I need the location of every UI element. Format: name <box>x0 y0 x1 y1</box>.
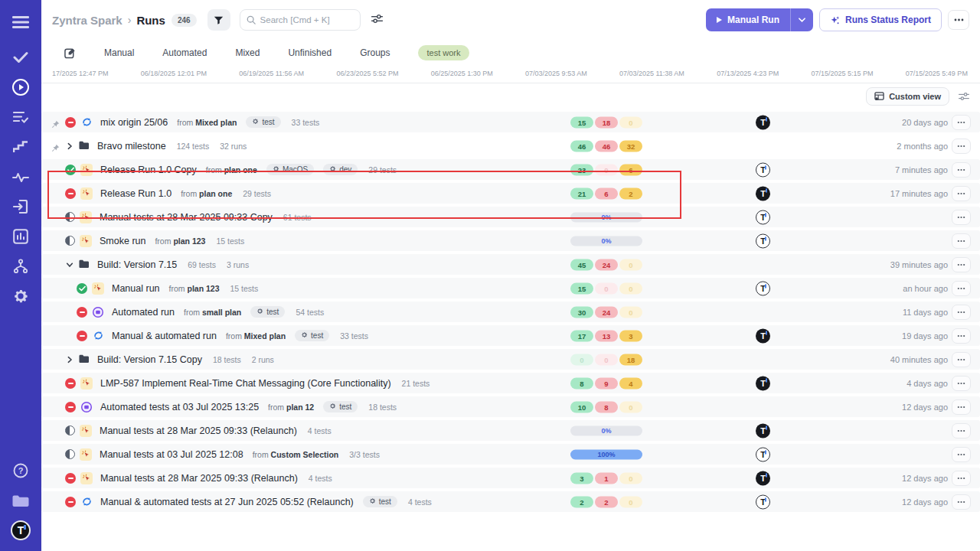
tag-badge[interactable]: dev <box>323 164 358 175</box>
row-menu-button[interactable] <box>952 281 971 296</box>
row-menu-button[interactable] <box>952 399 971 415</box>
chevron-down-icon[interactable] <box>65 260 74 269</box>
plan-name[interactable]: small plan <box>202 308 241 317</box>
tag-badge[interactable]: test <box>246 116 280 128</box>
manual-run-dropdown[interactable] <box>790 8 813 31</box>
tab-mixed[interactable]: Mixed <box>235 47 260 58</box>
assignee-avatar[interactable]: T <box>756 376 770 390</box>
run-name[interactable]: Manual tests at 28 Mar 2025 09:33 (Relau… <box>100 473 298 484</box>
assignee-avatar[interactable]: T <box>756 210 770 224</box>
assignee-avatar[interactable]: T <box>756 471 770 485</box>
assignee-avatar[interactable]: T <box>756 494 770 509</box>
plan-name[interactable]: plan one <box>199 189 232 198</box>
run-name[interactable]: LMP-587 Implement Real-Time Chat Messagi… <box>100 378 391 389</box>
tasks-icon[interactable] <box>11 47 31 67</box>
row-menu-button[interactable] <box>952 186 971 201</box>
run-row[interactable]: Manual & automated runfrom Mixed plantes… <box>41 325 980 346</box>
pulse-icon[interactable] <box>11 167 31 187</box>
row-menu-button[interactable] <box>952 257 971 272</box>
run-row[interactable]: Manual tests at 28 Mar 2025 09:33 (Relau… <box>41 468 980 488</box>
steps-icon[interactable] <box>11 137 31 157</box>
menu-icon[interactable] <box>11 12 31 32</box>
help-icon[interactable]: ? <box>11 461 31 481</box>
tag-badge[interactable]: test <box>295 330 329 341</box>
analytics-icon[interactable] <box>11 227 31 246</box>
tab-manual[interactable]: Manual <box>104 47 134 58</box>
row-menu-button[interactable] <box>952 471 971 486</box>
tab-automated[interactable]: Automated <box>162 47 207 58</box>
plan-name[interactable]: plan 12 <box>286 403 314 412</box>
row-menu-button[interactable] <box>952 305 971 320</box>
run-name[interactable]: Automated run <box>112 307 175 318</box>
assignee-avatar[interactable]: T <box>756 162 770 177</box>
run-name[interactable]: mix origin 25/06 <box>100 117 168 128</box>
tab-unfinished[interactable]: Unfinished <box>288 47 332 58</box>
tag-badge[interactable]: test <box>250 306 285 318</box>
plan-name[interactable]: plan one <box>224 165 257 174</box>
filter-funnel-button[interactable] <box>207 9 230 31</box>
plan-name[interactable]: plan 123 <box>187 284 219 293</box>
row-menu-button[interactable] <box>952 139 971 154</box>
custom-view-button[interactable]: Custom view <box>866 87 949 106</box>
run-row[interactable]: Manual & automated tests at 27 Jun 2025 … <box>41 491 980 512</box>
manual-run-split-button[interactable]: Manual Run <box>706 8 813 31</box>
plan-name[interactable]: Custom Selection <box>271 450 339 459</box>
run-group-row[interactable]: Build: Version 7.1569 tests3 runs4524039… <box>41 254 980 275</box>
run-name[interactable]: Manual tests at 28 Mar 2025 09:33 Copy <box>100 212 273 223</box>
breadcrumb-project[interactable]: Zyntra Spark <box>52 14 122 27</box>
manual-run-button[interactable]: Manual Run <box>706 8 790 31</box>
row-menu-button[interactable] <box>952 328 971 344</box>
header-more-button[interactable] <box>948 10 969 30</box>
test-plans-icon[interactable] <box>11 107 31 127</box>
row-menu-button[interactable] <box>952 162 971 178</box>
workspace-logo[interactable]: T <box>11 520 31 540</box>
run-group-row[interactable]: Bravo milestone124 tests32 runs4646322 m… <box>41 135 980 156</box>
runs-status-report-button[interactable]: Runs Status Report <box>819 8 942 31</box>
run-row[interactable]: Manual tests at 28 Mar 2025 09:33 (Relau… <box>41 420 980 441</box>
chevron-right-icon[interactable] <box>65 355 74 364</box>
run-row[interactable]: Release Run 1.0 Copyfrom plan oneMacOSde… <box>41 159 980 180</box>
tag-badge[interactable]: test <box>323 401 358 412</box>
row-menu-button[interactable] <box>952 115 971 130</box>
run-row[interactable]: mix origin 25/06from Mixed plantest33 te… <box>41 112 980 132</box>
row-menu-button[interactable] <box>952 210 971 225</box>
run-name[interactable]: Build: Version 7.15 Copy <box>97 354 202 365</box>
search-settings-icon[interactable] <box>371 13 383 27</box>
branches-icon[interactable] <box>11 256 31 276</box>
row-menu-button[interactable] <box>952 494 971 510</box>
run-name[interactable]: Bravo milestone <box>97 141 166 152</box>
run-name[interactable]: Build: Version 7.15 <box>97 259 177 270</box>
assignee-avatar[interactable]: T <box>756 447 770 461</box>
run-group-row[interactable]: Build: Version 7.15 Copy18 tests2 runs00… <box>41 349 980 370</box>
run-name[interactable]: Manual & automated tests at 27 Jun 2025 … <box>100 497 354 507</box>
active-filter-tag[interactable]: test work <box>418 45 469 60</box>
run-row[interactable]: Automated tests at 03 Jul 2025 13:25from… <box>41 396 980 417</box>
settings-gear-icon[interactable] <box>11 286 31 306</box>
row-menu-button[interactable] <box>952 233 971 249</box>
compose-icon[interactable] <box>64 47 76 59</box>
run-name[interactable]: Release Run 1.0 Copy <box>100 165 197 175</box>
runs-icon[interactable] <box>11 77 31 97</box>
assignee-avatar[interactable]: T <box>756 233 770 248</box>
search-input[interactable] <box>260 15 352 24</box>
assignee-avatar[interactable]: T <box>756 115 770 129</box>
run-row[interactable]: Manual tests at 28 Mar 2025 09:33 Copy61… <box>41 207 980 227</box>
assignee-avatar[interactable]: T <box>756 328 770 343</box>
row-menu-button[interactable] <box>952 447 971 462</box>
tag-badge[interactable]: MacOS <box>266 164 314 175</box>
plan-name[interactable]: Mixed plan <box>195 118 237 127</box>
run-name[interactable]: Manual run <box>112 283 160 294</box>
run-row[interactable]: LMP-587 Implement Real-Time Chat Messagi… <box>41 373 980 393</box>
assignee-avatar[interactable]: T <box>756 186 770 201</box>
run-name[interactable]: Manual tests at 28 Mar 2025 09:33 (Relau… <box>100 425 297 436</box>
row-menu-button[interactable] <box>952 352 971 367</box>
run-name[interactable]: Manual & automated run <box>112 331 217 341</box>
import-icon[interactable] <box>11 197 31 217</box>
run-name[interactable]: Manual tests at 03 Jul 2025 12:08 <box>100 449 243 460</box>
view-settings-icon[interactable] <box>959 92 969 101</box>
row-menu-button[interactable] <box>952 376 971 391</box>
row-menu-button[interactable] <box>952 423 971 439</box>
projects-folder-icon[interactable] <box>11 491 31 510</box>
plan-name[interactable]: plan 123 <box>173 236 205 246</box>
tag-badge[interactable]: test <box>363 496 397 507</box>
